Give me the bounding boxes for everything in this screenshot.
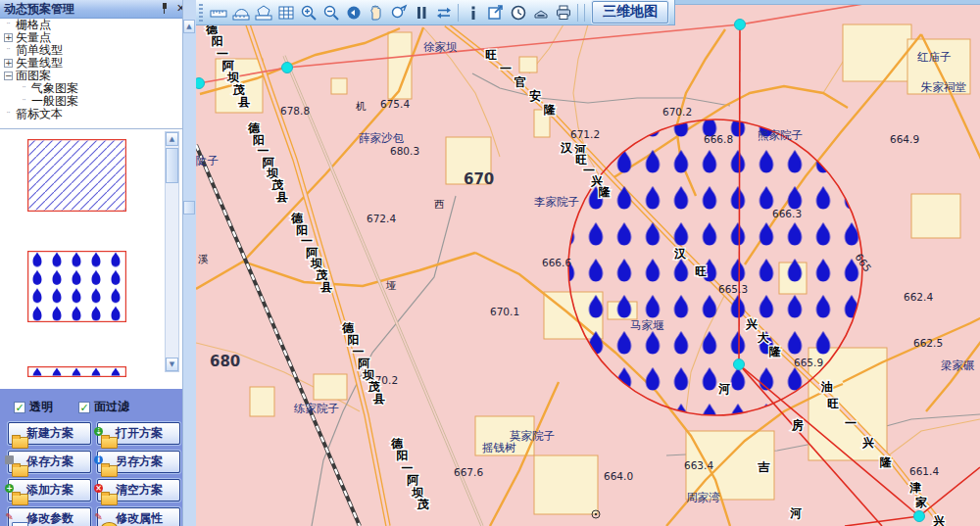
svg-text:县: 县 — [319, 280, 332, 294]
drops-pattern-partial[interactable] — [27, 362, 126, 373]
pause-button[interactable] — [410, 2, 432, 24]
history-button[interactable] — [507, 2, 529, 24]
svg-text:670.1: 670.1 — [490, 306, 519, 317]
svg-text:兴: 兴 — [745, 317, 758, 331]
toolbar-grip-icon[interactable] — [199, 4, 203, 22]
refresh-button[interactable] — [432, 2, 455, 24]
pan-button[interactable] — [365, 2, 387, 24]
svg-text:县: 县 — [237, 95, 250, 109]
svg-text:666.8: 666.8 — [704, 133, 733, 145]
tree-item-气象图案[interactable]: ··气象图案 — [0, 82, 180, 95]
splitter-grip[interactable] — [183, 201, 195, 215]
scroll-thumb[interactable] — [166, 148, 178, 183]
tree-item-面图案[interactable]: −面图案 — [0, 70, 180, 82]
route-vertex-handle[interactable] — [196, 78, 205, 89]
svg-text:茂: 茂 — [416, 498, 430, 511]
route-vertex-handle[interactable] — [914, 511, 925, 522]
svg-text:吉: 吉 — [758, 460, 770, 474]
svg-text:680.3: 680.3 — [390, 145, 419, 157]
print-button[interactable] — [552, 2, 574, 24]
hatch-pattern[interactable] — [27, 139, 126, 212]
button-保存方案[interactable]: 保存方案 — [8, 451, 91, 473]
scroll-down-icon[interactable]: ▼ — [166, 358, 178, 371]
route-vertex-handle[interactable] — [734, 359, 745, 370]
toolbar-separator — [458, 4, 459, 22]
zoom-in-button[interactable] — [297, 2, 319, 24]
pause-icon — [412, 3, 431, 23]
svg-text:薛家沙包: 薛家沙包 — [359, 131, 405, 145]
button-新建方案[interactable]: 新建方案 — [8, 422, 91, 445]
measure-polygon-icon — [254, 3, 273, 23]
route-vertex-handle[interactable] — [735, 20, 746, 30]
button-打开方案[interactable]: ⇣打开方案 — [97, 422, 180, 445]
svg-text:汉: 汉 — [673, 247, 687, 261]
application-window: 动态预案管理 ✕ ··栅格点+矢量点··简单线型+矢量线型−面图案··气象图案·… — [0, 0, 980, 526]
svg-text:670.2: 670.2 — [662, 106, 692, 118]
pattern-scrollbar[interactable]: ▲ ▼ — [165, 131, 179, 372]
export-button[interactable] — [484, 2, 507, 24]
map-3d-button[interactable]: 三维地图 — [592, 1, 668, 24]
map-canvas[interactable]: 678.8机675.4680.3670671.2670.2666.8664.96… — [196, 0, 980, 526]
svg-text:县: 县 — [372, 392, 385, 406]
drops-pattern[interactable] — [27, 251, 126, 322]
plus-expander-icon[interactable]: + — [4, 33, 13, 42]
svg-text:672.4: 672.4 — [367, 213, 396, 224]
svg-text:兴: 兴 — [861, 436, 874, 450]
button-另存方案[interactable]: i另存方案 — [97, 451, 180, 473]
zoom-select-button[interactable] — [387, 2, 410, 24]
panel-splitter[interactable]: ▲ — [182, 0, 196, 526]
button-修改参数[interactable]: ✎修改参数 — [8, 507, 91, 526]
svg-text:663.4: 663.4 — [684, 459, 713, 471]
pin-icon[interactable] — [157, 2, 172, 16]
svg-text:671.2: 671.2 — [570, 128, 600, 140]
button-清空方案[interactable]: ×清空方案 — [97, 479, 180, 502]
tree-item-箭标文本[interactable]: ··箭标文本 — [0, 108, 180, 120]
measure-area-button[interactable] — [229, 2, 252, 24]
svg-text:664.9: 664.9 — [890, 133, 919, 145]
pattern-list: ▲ ▼ — [0, 128, 182, 389]
panel-titlebar: 动态预案管理 ✕ — [0, 0, 192, 19]
svg-text:徐家坝: 徐家坝 — [423, 40, 458, 54]
svg-text:665.9: 665.9 — [794, 357, 823, 368]
plan-controls: ✓透明✓面过滤 新建方案⇣打开方案保存方案i另存方案+添加方案×清空方案✎修改参… — [0, 389, 182, 526]
svg-text:摇钱树: 摇钱树 — [482, 441, 516, 454]
previous-view-button[interactable] — [342, 2, 365, 24]
zoom-out-button[interactable] — [319, 2, 342, 24]
history-icon — [509, 3, 528, 23]
pan-icon — [367, 3, 386, 23]
route-vertex-handle[interactable] — [282, 63, 293, 73]
svg-text:大: 大 — [758, 331, 769, 345]
grid-icon — [276, 3, 296, 23]
svg-text:周家湾: 周家湾 — [686, 491, 720, 504]
scroll-up-icon[interactable]: ▲ — [166, 132, 178, 146]
checkbox-面过滤[interactable]: ✓面过滤 — [78, 399, 129, 415]
previous-view-icon — [344, 3, 364, 23]
measure-polygon-button[interactable] — [252, 2, 274, 24]
svg-text:官: 官 — [514, 75, 526, 89]
checkbox-check-icon[interactable]: ✓ — [14, 402, 25, 413]
grid-button[interactable] — [274, 2, 297, 24]
svg-text:红庙子: 红庙子 — [917, 50, 952, 64]
tree-item-label: 箭标文本 — [16, 108, 63, 120]
hazard-region[interactable] — [568, 120, 862, 415]
layer-tree: ··栅格点+矢量点··简单线型+矢量线型−面图案··气象图案··一般图案··箭标… — [0, 19, 180, 128]
identify-button[interactable] — [462, 2, 484, 24]
svg-text:661.4: 661.4 — [909, 465, 939, 477]
button-添加方案[interactable]: +添加方案 — [8, 479, 91, 502]
tree-scroll-up-icon[interactable]: ▲ — [183, 20, 195, 33]
checkbox-check-icon[interactable]: ✓ — [78, 402, 90, 413]
svg-text:665.3: 665.3 — [718, 283, 748, 295]
svg-text:678.8: 678.8 — [280, 105, 310, 117]
plus-expander-icon[interactable]: + — [4, 59, 13, 68]
svg-text:一: 一 — [500, 62, 512, 75]
scan-button[interactable] — [529, 2, 552, 24]
refresh-icon — [434, 3, 454, 23]
scan-icon — [531, 3, 551, 23]
checkbox-透明[interactable]: ✓透明 — [14, 399, 53, 415]
button-修改属性[interactable]: ✎修改属性 — [97, 507, 180, 526]
svg-text:机: 机 — [356, 100, 367, 112]
measure-distance-button[interactable] — [207, 2, 229, 24]
svg-text:隆: 隆 — [544, 103, 556, 117]
minus-expander-icon[interactable]: − — [4, 72, 13, 80]
zoom-select-icon — [389, 3, 409, 23]
